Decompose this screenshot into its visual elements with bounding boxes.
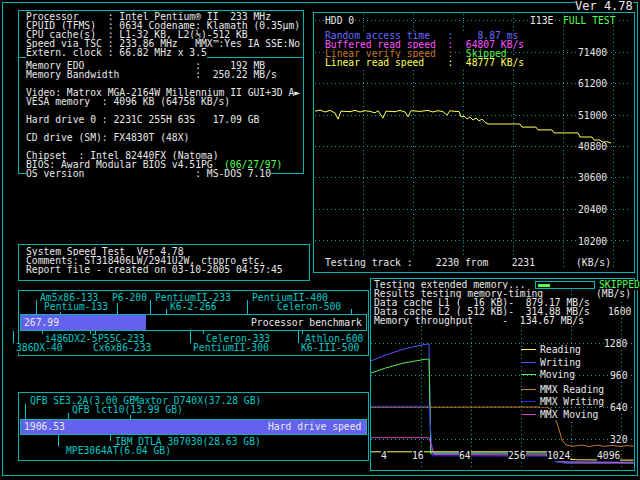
memory-xaxis-label: 4096 bbox=[597, 451, 620, 461]
legend-label: Writing bbox=[540, 358, 581, 368]
testing-track-status: Testing track : 2230 from 2231 bbox=[325, 258, 535, 268]
legend-label: Reading bbox=[540, 345, 581, 355]
cpu-benchmark-bar: 267.99 Processor benchmark bbox=[20, 314, 367, 331]
hdd-test-label: Linear read speed : bbox=[325, 58, 453, 68]
memory-xaxis-label: 16 bbox=[412, 451, 424, 461]
cpu-benchmark-ref-label: K6-2-266 bbox=[170, 302, 217, 312]
hdd-axis-label: 71400 bbox=[578, 48, 607, 58]
hdd-panel-title: HDD 0 bbox=[325, 16, 354, 26]
hdd-axis-label: 30600 bbox=[578, 173, 607, 183]
version-label: Ver 4.78 bbox=[575, 0, 633, 12]
legend-label: MMX Moving bbox=[540, 410, 598, 420]
cd-info-line: CD drive (SM): FX4830T (48X) bbox=[26, 133, 189, 143]
os-info-line: OS version : MS-DOS 7.10 bbox=[26, 169, 271, 179]
hdd-axis-label: 51000 bbox=[578, 111, 607, 121]
cpu-benchmark-ref-label: Celeron-500 bbox=[277, 302, 341, 312]
cpu-benchmark-ref-label: P6-200 bbox=[112, 293, 147, 303]
hdd-axis-label: 61200 bbox=[578, 79, 607, 89]
memory-throughput-result: Memory throughput - 134.67 MB/s bbox=[374, 316, 584, 326]
hdd-test-value: 48777 KB/s bbox=[460, 58, 524, 68]
memory-axis-label: 1280 bbox=[604, 339, 627, 349]
harddrive-info-line: Hard drive 0 : 2231C 255H 63S 17.09 GB bbox=[26, 115, 259, 125]
memory-info-line: Memory Bandwidth : 250.22 MB/s bbox=[26, 70, 277, 80]
hd-benchmark-value: 1906.53 bbox=[24, 422, 65, 432]
memory-axis-unit: (MB/s) bbox=[596, 289, 631, 299]
hd-benchmark-ref-label: MPE3064AT(6.04 GB) bbox=[66, 446, 171, 456]
hd-benchmark-title: Hard drive speed bbox=[268, 422, 361, 432]
memory-axis-label: 640 bbox=[610, 403, 628, 413]
cpu-benchmark-value: 267.99 bbox=[24, 318, 59, 328]
memory-test-progress-fill bbox=[538, 284, 550, 287]
memory-xaxis-label: 64 bbox=[459, 451, 471, 461]
hd-benchmark-ref-label: QFB lct10(13.99 GB) bbox=[72, 405, 183, 415]
cpu-benchmark-ref-label: 386DX-40 bbox=[16, 343, 63, 353]
hdd-test-mode-badge: FULL TEST bbox=[563, 16, 616, 26]
cpu-benchmark-ref-label: Pentium-133 bbox=[44, 302, 108, 312]
legend-label: MMX Reading bbox=[540, 385, 604, 395]
hdd-axis-unit: (KB/s) bbox=[576, 258, 611, 268]
hd-benchmark-bar: 1906.53 Hard drive speed bbox=[20, 419, 367, 435]
report-created-line: Report file - created on 03-10-2005 04:5… bbox=[26, 265, 283, 275]
memory-xaxis-label: 256 bbox=[508, 451, 526, 461]
memory-test-progressbar bbox=[535, 281, 595, 289]
hdd-int13-badge: I13E bbox=[530, 16, 553, 26]
hdd-axis-label: 20400 bbox=[578, 205, 607, 215]
hdd-axis-label: 40800 bbox=[578, 142, 607, 152]
legend-label: MMX Writing bbox=[540, 397, 604, 407]
memory-axis-label: 1600 bbox=[608, 307, 631, 317]
speedsys-screen: 267.99 Processor benchmark 1906.53 Hard … bbox=[0, 0, 640, 480]
cpu-benchmark-title: Processor benchmark bbox=[251, 318, 362, 328]
memory-xaxis-label: 4 bbox=[381, 451, 387, 461]
hdd-axis-label: 10200 bbox=[578, 237, 607, 247]
cpu-benchmark-ref-label: K6-III-500 bbox=[301, 343, 359, 353]
cpu-info-line: Extern. clock : 66.82 MHz x 3.5 bbox=[26, 48, 207, 58]
video-info-line: VESA memory : 4096 KB (64758 KB/s) bbox=[26, 97, 230, 107]
legend-label: Moving bbox=[540, 370, 575, 380]
memory-axis-label: 320 bbox=[610, 435, 628, 445]
cpu-benchmark-ref-label: PentiumII-300 bbox=[193, 343, 269, 353]
memory-xaxis-label: 1024 bbox=[547, 451, 570, 461]
memory-axis-label: 960 bbox=[610, 371, 628, 381]
cpu-benchmark-ref-label: Cx6x86-233 bbox=[93, 343, 151, 353]
